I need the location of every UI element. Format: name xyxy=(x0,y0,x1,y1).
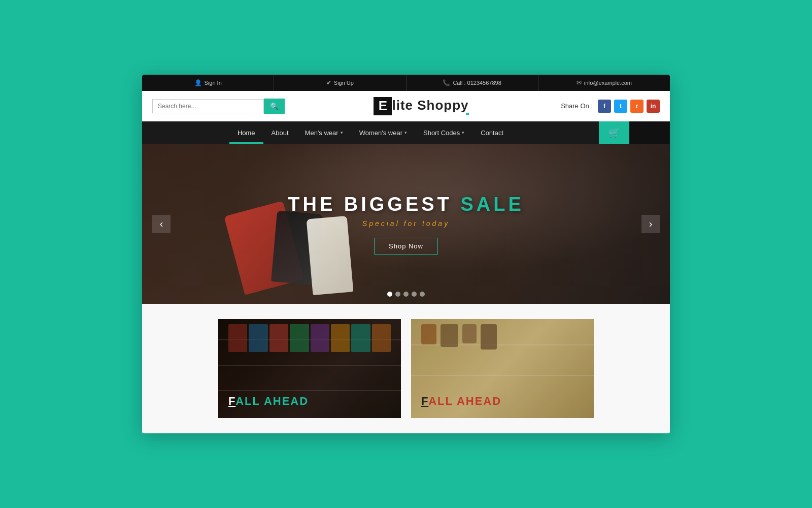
site-logo[interactable]: E lite Shoppy xyxy=(374,97,468,115)
rss-icon[interactable]: r xyxy=(630,100,644,113)
nav-contact-label: Contact xyxy=(481,129,503,137)
twitter-icon[interactable]: t xyxy=(614,100,627,113)
navbar: Home About Men's wear ▾ Women's wear ▾ S… xyxy=(142,121,670,144)
hero-subtitle: Special for today xyxy=(288,219,524,228)
product-label-1: FALL AHEAD xyxy=(228,395,309,408)
product-label-text-1: FALL AHEAD xyxy=(228,395,309,407)
next-arrow-icon: › xyxy=(649,218,653,230)
hero-title-part1: THE BIGGEST xyxy=(288,194,460,215)
search-area: 🔍 xyxy=(152,99,294,114)
nav-contact[interactable]: Contact xyxy=(472,121,512,144)
nav-home[interactable]: Home xyxy=(229,121,263,144)
dot-1[interactable] xyxy=(387,292,392,297)
shortcodes-dropdown-arrow: ▾ xyxy=(462,130,464,135)
nav-about[interactable]: About xyxy=(263,121,297,144)
product-card-2[interactable]: FALL AHEAD xyxy=(411,319,594,418)
search-input[interactable] xyxy=(152,99,264,113)
dot-5[interactable] xyxy=(420,292,425,297)
email-icon: ✉ xyxy=(577,79,582,86)
product-label-letter-2: F xyxy=(421,395,428,407)
slider-next-button[interactable]: › xyxy=(641,215,660,233)
nav-shortcodes-label: Short Codes xyxy=(423,129,460,137)
share-label: Share On : xyxy=(561,102,593,110)
email-info: ✉ info@example.com xyxy=(538,75,670,91)
cart-button[interactable]: 🛒 xyxy=(599,121,629,144)
logo-underline xyxy=(466,113,469,115)
user-icon: 👤 xyxy=(194,79,202,86)
product-card-1[interactable]: FALL AHEAD xyxy=(218,319,401,418)
product-label-rest-2: ALL AHEAD xyxy=(428,395,501,407)
phone-number: Call : 01234567898 xyxy=(453,80,501,86)
phone-info: 📞 Call : 01234567898 xyxy=(407,75,538,91)
nav-short-codes[interactable]: Short Codes ▾ xyxy=(415,121,472,144)
hero-sale-word: SALE xyxy=(460,194,524,215)
womens-dropdown-arrow: ▾ xyxy=(404,130,407,135)
linkedin-icon[interactable]: in xyxy=(647,100,660,113)
dot-2[interactable] xyxy=(395,292,400,297)
signup-link[interactable]: ✔ Sign Up xyxy=(274,75,406,91)
nav-items: Home About Men's wear ▾ Women's wear ▾ S… xyxy=(142,121,599,144)
slider-dots xyxy=(387,292,425,297)
hero-title: THE BIGGEST SALE xyxy=(288,194,524,215)
product-label-rest-1: ALL AHEAD xyxy=(235,395,309,407)
mens-dropdown-arrow: ▾ xyxy=(341,130,343,135)
product-label-letter-1: F xyxy=(228,395,235,407)
email-address: info@example.com xyxy=(584,80,632,86)
nav-about-label: About xyxy=(272,129,289,137)
phone-icon: 📞 xyxy=(443,79,450,86)
logo-area: E lite Shoppy xyxy=(294,97,548,115)
dot-4[interactable] xyxy=(412,292,417,297)
check-icon: ✔ xyxy=(326,79,331,86)
browser-window: 👤 Sign In ✔ Sign Up 📞 Call : 01234567898… xyxy=(142,75,670,433)
dot-3[interactable] xyxy=(403,292,409,297)
top-bar: 👤 Sign In ✔ Sign Up 📞 Call : 01234567898… xyxy=(142,75,670,91)
share-area: Share On : f t r in xyxy=(548,100,660,113)
shop-now-button[interactable]: Shop Now xyxy=(374,238,438,255)
search-button[interactable]: 🔍 xyxy=(264,99,285,114)
slider-prev-button[interactable]: ‹ xyxy=(152,215,171,233)
nav-womens-wear[interactable]: Women's wear ▾ xyxy=(351,121,415,144)
prev-arrow-icon: ‹ xyxy=(160,218,163,230)
nav-mens-label: Men's wear xyxy=(305,129,339,137)
logo-text: lite Shoppy xyxy=(392,98,468,113)
nav-home-label: Home xyxy=(238,129,255,137)
facebook-icon[interactable]: f xyxy=(598,100,611,113)
cart-icon: 🛒 xyxy=(608,127,620,138)
nav-mens-wear[interactable]: Men's wear ▾ xyxy=(297,121,351,144)
nav-right-fill xyxy=(629,121,670,144)
logo-letter: E xyxy=(374,97,392,115)
site-header: 🔍 E lite Shoppy Share On : f t r in xyxy=(142,91,670,121)
signup-label: Sign Up xyxy=(334,80,354,86)
search-icon: 🔍 xyxy=(270,102,279,110)
hero-slider: THE BIGGEST SALE Special for today Shop … xyxy=(142,144,670,304)
product-label-2: FALL AHEAD xyxy=(421,395,501,408)
signin-label: Sign In xyxy=(205,80,222,86)
signin-link[interactable]: 👤 Sign In xyxy=(142,75,274,91)
product-label-text-2: FALL AHEAD xyxy=(421,395,501,407)
nav-womens-label: Women's wear xyxy=(359,129,402,137)
hero-content: THE BIGGEST SALE Special for today Shop … xyxy=(288,194,524,255)
product-section: FALL AHEAD FALL AHEAD xyxy=(142,304,670,433)
